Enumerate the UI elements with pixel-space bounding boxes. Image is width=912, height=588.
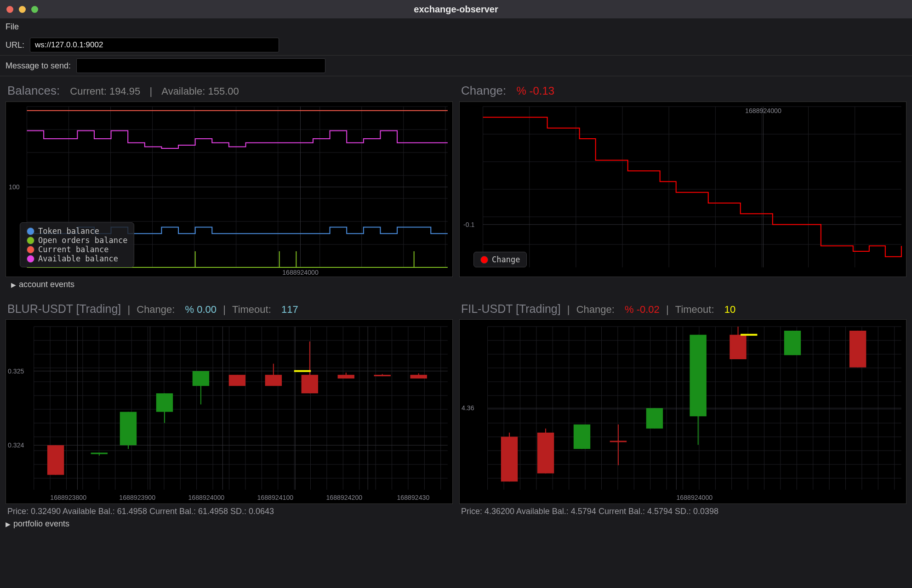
message-input[interactable] <box>76 58 325 73</box>
svg-rect-164 <box>501 437 518 482</box>
pair1-change-value: % 0.00 <box>185 304 217 316</box>
pair2-panel: FIL-USDT [Trading] | Change: % -0.02 | T… <box>459 300 906 516</box>
change-value: % -0.13 <box>516 85 554 97</box>
change-chart: -0.11688924000 <box>460 102 906 277</box>
legend-change: Change <box>480 255 520 264</box>
svg-rect-111 <box>265 375 282 386</box>
balances-legend: Token balance Open orders balance Curren… <box>20 222 134 267</box>
svg-text:1688924000: 1688924000 <box>745 107 781 114</box>
pair2-symbol: FIL-USDT [Trading] <box>461 302 561 316</box>
disclosure-triangle-icon: ▶ <box>11 281 16 288</box>
svg-text:1688924000: 1688924000 <box>282 269 319 276</box>
menubar: File <box>0 18 912 35</box>
disclosure-triangle-icon: ▶ <box>6 520 11 528</box>
svg-rect-99 <box>47 445 64 475</box>
svg-text:1688923900: 1688923900 <box>119 494 155 501</box>
pair2-plot[interactable]: 4.361688924000 <box>459 319 906 504</box>
account-events-disclosure[interactable]: ▶ account events <box>6 277 453 294</box>
legend-current: Current balance <box>27 245 127 254</box>
pair2-stats: Price: 4.36200 Available Bal.: 4.5794 Cu… <box>459 504 906 516</box>
svg-rect-107 <box>193 371 209 386</box>
svg-text:1688924200: 1688924200 <box>326 494 362 501</box>
message-row: Message to send: <box>0 56 912 76</box>
svg-rect-176 <box>730 335 746 359</box>
pair1-plot[interactable]: 0.3250.324168892380016889239001688924000… <box>6 319 453 504</box>
svg-rect-168 <box>574 424 590 449</box>
pair1-timeout-value: 117 <box>281 304 298 316</box>
portfolio-events-disclosure[interactable]: ▶ portfolio events <box>0 516 912 533</box>
pair1-chart: 0.3250.324168892380016889239001688924000… <box>6 320 452 503</box>
pair2-timeout-label: Timeout: <box>675 304 714 316</box>
svg-text:1688924000: 1688924000 <box>676 494 712 501</box>
svg-text:100: 100 <box>9 183 20 191</box>
minimize-icon[interactable] <box>19 6 26 13</box>
legend-token: Token balance <box>27 226 127 236</box>
svg-text:0.325: 0.325 <box>8 368 24 375</box>
pair2-change-label: Change: <box>576 304 615 316</box>
svg-rect-117 <box>374 375 391 376</box>
svg-text:168892430: 168892430 <box>397 494 429 501</box>
pair1-header: BLUR-USDT [Trading] | Change: % 0.00 | T… <box>6 300 453 319</box>
pair2-timeout-value: 10 <box>724 304 735 316</box>
svg-rect-109 <box>229 375 245 386</box>
window-title: exchange-observer <box>414 4 498 15</box>
change-plot[interactable]: -0.11688924000 Change <box>459 102 906 277</box>
menu-file[interactable]: File <box>6 22 19 32</box>
balances-plot[interactable]: 1001688924000 Token balance Open orders … <box>6 102 453 277</box>
url-row: URL: <box>0 35 912 55</box>
svg-rect-113 <box>302 375 318 393</box>
pair1-panel: BLUR-USDT [Trading] | Change: % 0.00 | T… <box>6 300 453 516</box>
pair1-change-label: Change: <box>137 304 175 316</box>
svg-rect-101 <box>91 452 108 454</box>
url-label: URL: <box>6 40 24 50</box>
svg-rect-103 <box>120 412 137 446</box>
svg-rect-172 <box>646 408 663 429</box>
change-panel: Change: % -0.13 -0.11688924000 Change <box>459 82 906 294</box>
close-icon[interactable] <box>6 6 13 13</box>
pair2-change-value: % -0.02 <box>625 304 660 316</box>
balances-panel: Balances: Current: 194.95 | Available: 1… <box>6 82 453 294</box>
balances-title: Balances: <box>7 84 60 98</box>
window-controls <box>6 6 38 13</box>
window-titlebar: exchange-observer <box>0 0 912 18</box>
pair1-symbol: BLUR-USDT [Trading] <box>7 302 121 316</box>
svg-rect-170 <box>610 441 627 442</box>
url-input[interactable] <box>30 38 279 52</box>
svg-rect-178 <box>784 331 801 355</box>
svg-rect-119 <box>410 375 427 379</box>
pair1-stats: Price: 0.32490 Available Bal.: 61.4958 C… <box>6 504 453 516</box>
maximize-icon[interactable] <box>31 6 38 13</box>
svg-text:1688924000: 1688924000 <box>188 494 224 501</box>
svg-rect-174 <box>690 335 706 417</box>
change-title: Change: <box>461 84 506 98</box>
svg-rect-115 <box>338 375 354 379</box>
svg-text:0.324: 0.324 <box>8 441 24 449</box>
svg-text:4.36: 4.36 <box>462 405 474 412</box>
balances-header: Balances: Current: 194.95 | Available: 1… <box>6 82 453 102</box>
change-header: Change: % -0.13 <box>459 82 906 102</box>
legend-open-orders: Open orders balance <box>27 236 127 245</box>
svg-text:1688923800: 1688923800 <box>50 494 86 501</box>
svg-rect-180 <box>849 331 866 368</box>
svg-text:-0.1: -0.1 <box>463 221 475 228</box>
balances-available: Available: 155.00 <box>161 85 239 97</box>
svg-rect-105 <box>156 393 173 412</box>
pair2-chart: 4.361688924000 <box>460 320 906 503</box>
message-label: Message to send: <box>6 61 71 71</box>
legend-available: Available balance <box>27 254 127 263</box>
pair2-header: FIL-USDT [Trading] | Change: % -0.02 | T… <box>459 300 906 319</box>
svg-text:1688924100: 1688924100 <box>257 494 293 501</box>
svg-rect-166 <box>537 433 554 474</box>
pair1-timeout-label: Timeout: <box>232 304 271 316</box>
change-legend: Change <box>473 252 527 267</box>
panels-grid: Balances: Current: 194.95 | Available: 1… <box>0 76 912 516</box>
balances-current: Current: 194.95 <box>70 85 140 97</box>
